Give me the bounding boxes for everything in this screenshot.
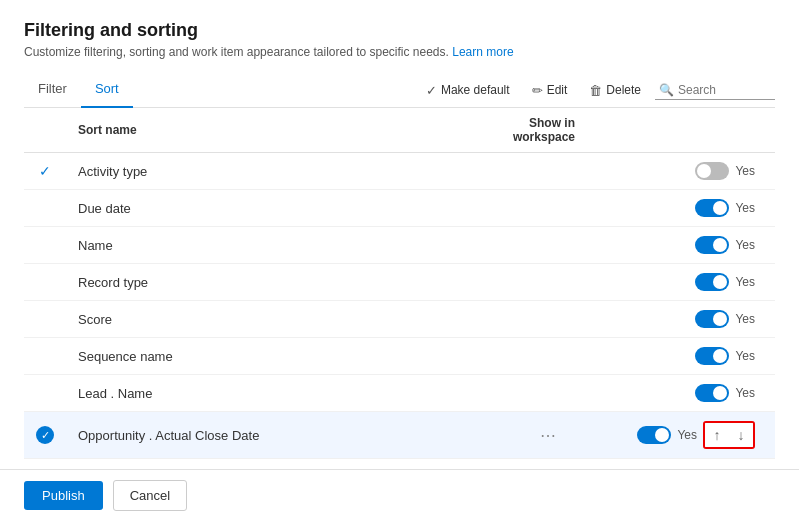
col-header-workspace: Show in workspace	[501, 108, 595, 153]
col-header-check	[24, 108, 66, 153]
workspace-label: Yes	[735, 238, 755, 252]
edit-button[interactable]: ✏ Edit	[524, 79, 576, 102]
workspace-label: Yes	[735, 349, 755, 363]
publish-button[interactable]: Publish	[24, 481, 103, 510]
row-workspace-cell: Yes	[595, 227, 775, 264]
toolbar-right: ✓ Make default ✏ Edit 🗑 Delete 🔍	[418, 79, 775, 102]
row-more-options	[501, 375, 595, 412]
workspace-label: Yes	[735, 312, 755, 326]
table-row[interactable]: Lead . NameYes	[24, 375, 775, 412]
check-icon: ✓	[426, 83, 437, 98]
row-more-options	[501, 301, 595, 338]
row-check-cell	[24, 227, 66, 264]
table-row[interactable]: Record typeYes	[24, 264, 775, 301]
learn-more-link[interactable]: Learn more	[452, 45, 513, 59]
row-workspace-cell: Yes	[595, 153, 775, 190]
workspace-toggle[interactable]	[695, 236, 729, 254]
workspace-toggle[interactable]	[637, 426, 671, 444]
move-up-button[interactable]: ↑	[705, 423, 729, 447]
reorder-arrows: ↑↓	[703, 421, 755, 449]
page-title: Filtering and sorting	[24, 20, 775, 41]
row-name: Sequence name	[66, 338, 501, 375]
workspace-label: Yes	[677, 428, 697, 442]
row-workspace-cell: Yes	[595, 338, 775, 375]
row-check-cell	[24, 301, 66, 338]
cancel-button[interactable]: Cancel	[113, 480, 187, 511]
check-mark: ✓	[39, 163, 51, 179]
row-check-cell	[24, 190, 66, 227]
workspace-toggle[interactable]	[695, 273, 729, 291]
row-check-cell	[24, 375, 66, 412]
make-default-button[interactable]: ✓ Make default	[418, 79, 518, 102]
row-more-options[interactable]: ⋯	[501, 412, 595, 459]
search-input[interactable]	[678, 83, 768, 97]
workspace-toggle[interactable]	[695, 162, 729, 180]
table-area: Sort name Show in workspace ✓Activity ty…	[24, 108, 775, 459]
row-name: Opportunity . Actual Close Date	[66, 412, 501, 459]
workspace-toggle[interactable]	[695, 384, 729, 402]
tabs-toolbar: Filter Sort ✓ Make default ✏ Edit 🗑 Dele…	[24, 73, 775, 108]
row-more-options	[501, 338, 595, 375]
table-row[interactable]: NameYes	[24, 227, 775, 264]
move-down-button[interactable]: ↓	[729, 423, 753, 447]
tab-sort[interactable]: Sort	[81, 73, 133, 108]
row-name: Name	[66, 227, 501, 264]
row-check-cell: ✓	[24, 412, 66, 459]
col-header-sort-name: Sort name	[66, 108, 501, 153]
row-more-options	[501, 153, 595, 190]
footer: Publish Cancel	[0, 469, 799, 511]
row-workspace-cell: Yes	[595, 301, 775, 338]
row-name: Activity type	[66, 153, 501, 190]
workspace-label: Yes	[735, 164, 755, 178]
row-name: Due date	[66, 190, 501, 227]
trash-icon: 🗑	[589, 83, 602, 98]
table-row[interactable]: ScoreYes	[24, 301, 775, 338]
page-subtitle: Customize filtering, sorting and work it…	[24, 45, 775, 59]
delete-button[interactable]: 🗑 Delete	[581, 79, 649, 102]
workspace-toggle[interactable]	[695, 347, 729, 365]
workspace-toggle[interactable]	[695, 310, 729, 328]
row-workspace-cell: Yes	[595, 190, 775, 227]
row-workspace-cell: Yes	[595, 264, 775, 301]
table-row[interactable]: ✓Opportunity . Actual Close Date⋯Yes↑↓	[24, 412, 775, 459]
table-row[interactable]: Sequence nameYes	[24, 338, 775, 375]
row-name: Lead . Name	[66, 375, 501, 412]
workspace-label: Yes	[735, 201, 755, 215]
selected-indicator: ✓	[36, 426, 54, 444]
row-more-options	[501, 264, 595, 301]
row-check-cell	[24, 264, 66, 301]
row-more-options	[501, 190, 595, 227]
table-row[interactable]: ✓Activity typeYes	[24, 153, 775, 190]
sort-table: Sort name Show in workspace ✓Activity ty…	[24, 108, 775, 459]
row-workspace-cell: Yes	[595, 375, 775, 412]
row-workspace-cell: Yes↑↓	[595, 412, 775, 459]
workspace-label: Yes	[735, 386, 755, 400]
search-box[interactable]: 🔍	[655, 81, 775, 100]
workspace-label: Yes	[735, 275, 755, 289]
row-more-options	[501, 227, 595, 264]
row-name: Record type	[66, 264, 501, 301]
workspace-toggle[interactable]	[695, 199, 729, 217]
table-row[interactable]: Due dateYes	[24, 190, 775, 227]
row-check-cell	[24, 338, 66, 375]
row-name: Score	[66, 301, 501, 338]
tab-filter[interactable]: Filter	[24, 73, 81, 108]
row-check-cell: ✓	[24, 153, 66, 190]
edit-icon: ✏	[532, 83, 543, 98]
search-icon: 🔍	[659, 83, 674, 97]
table-header: Sort name Show in workspace	[24, 108, 775, 153]
